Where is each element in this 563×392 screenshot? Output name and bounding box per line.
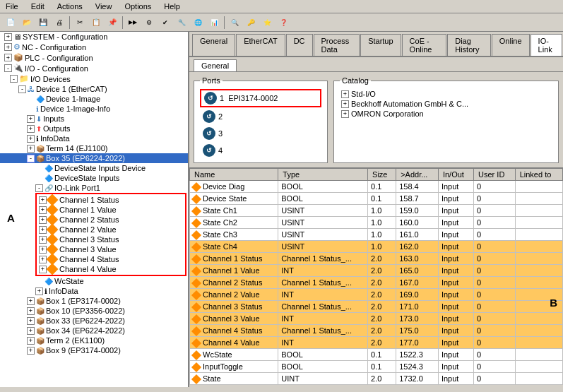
tree-node-box35[interactable]: - 📦 Box 35 (EP6224-2022) (0, 153, 188, 163)
expand-system[interactable]: + (4, 33, 12, 41)
tree-node-dev1-imginfo[interactable]: ℹ Device 1-Image-Info (0, 104, 188, 114)
expand-box35[interactable]: - (27, 155, 35, 162)
tree-node-box1[interactable]: + 📦 Box 1 (EP3174-0002) (0, 296, 188, 306)
menu-edit[interactable]: Edit (28, 1, 47, 11)
expand-box33[interactable]: + (27, 317, 35, 325)
tab-online[interactable]: Online (492, 34, 530, 56)
toolbar-b5[interactable]: 🌐 (190, 16, 206, 30)
tree-node-devstate-dev[interactable]: 🔷 DeviceState Inputs Device (0, 163, 188, 173)
toolbar-b4[interactable]: 🔧 (174, 16, 189, 30)
port-1[interactable]: ↺ 1 EPI3174-0002 (200, 89, 321, 107)
table-row[interactable]: State UINT 2.0 1732.0 Input 0 (190, 373, 563, 385)
menu-options[interactable]: Options (122, 1, 154, 11)
toolbar-cut[interactable]: ✂ (72, 16, 88, 30)
expand-box34[interactable]: + (27, 327, 35, 335)
tab-iolink[interactable]: IO-Link (531, 34, 562, 56)
menu-actions[interactable]: Actions (54, 1, 85, 11)
expand-ch1status[interactable]: + (39, 196, 47, 204)
table-row[interactable]: Channel 1 Status Channel 1 Status_... 2.… (190, 253, 563, 265)
tree-node-box9[interactable]: + 📦 Box 9 (EP3174-0002) (0, 345, 188, 355)
tab-diaghistory[interactable]: Diag History (447, 34, 491, 56)
port-4[interactable]: ↺ 4 (200, 143, 321, 158)
expand-catalog-1[interactable]: + (341, 100, 349, 108)
port-3[interactable]: ↺ 3 (200, 126, 321, 141)
tree-node-ch4value[interactable]: + Channel 4 Value (37, 264, 184, 274)
expand-catalog-2[interactable]: + (341, 110, 349, 118)
tree-node-inputs[interactable]: + ⬇ Inputs (0, 114, 188, 124)
expand-ch2value[interactable]: + (39, 226, 47, 234)
toolbar-b1[interactable]: ▶▶ (125, 16, 141, 30)
catalog-item-2[interactable]: + OMRON Corporation (340, 109, 552, 119)
expand-ch3value[interactable]: + (39, 246, 47, 254)
tree-node-box33[interactable]: + 📦 Box 33 (EP6224-2022) (0, 316, 188, 326)
tree-node-infodata[interactable]: + ℹ InfoData (0, 133, 188, 143)
tree-node-box34[interactable]: + 📦 Box 34 (EP6224-2022) (0, 326, 188, 335)
expand-box9[interactable]: + (27, 347, 35, 355)
tree-node-ch1value[interactable]: + Channel 1 Value (37, 205, 184, 215)
expand-io[interactable]: - (4, 64, 12, 72)
toolbar-b10[interactable]: ❓ (275, 16, 291, 30)
tree-node-ch1status[interactable]: + Channel 1 Status (37, 195, 184, 205)
table-row[interactable]: Channel 4 Status Channel 1 Status_... 2.… (190, 325, 563, 337)
menu-help[interactable]: Help (161, 1, 183, 11)
tree-node-term14[interactable]: + 📦 Term 14 (EJ1100) (0, 143, 188, 153)
toolbar-paste[interactable]: 📌 (105, 16, 120, 30)
tree-node-dev1[interactable]: - 🖧 Device 1 (EtherCAT) (0, 84, 188, 94)
expand-ch3status[interactable]: + (39, 236, 47, 244)
expand-catalog-0[interactable]: + (341, 90, 349, 98)
port-2[interactable]: ↺ 2 (200, 109, 321, 124)
menu-view[interactable]: View (93, 1, 115, 11)
catalog-item-0[interactable]: + Std-I/O (340, 89, 552, 99)
toolbar-print[interactable]: 🖨 (52, 16, 67, 30)
tree-node-box10[interactable]: + 📦 Box 10 (EP3356-0022) (0, 306, 188, 316)
tree-node-ch3value[interactable]: + Channel 3 Value (37, 244, 184, 254)
expand-plc[interactable]: + (4, 54, 12, 61)
toolbar-b8[interactable]: 🔑 (243, 16, 259, 30)
sub-tab-general[interactable]: General (194, 59, 237, 71)
tree-node-io-devices[interactable]: - 📁 I/O Devices (0, 73, 188, 84)
tab-dc[interactable]: DC (286, 34, 313, 56)
table-row[interactable]: Channel 2 Value INT 2.0 169.0 Input 0 (190, 289, 563, 301)
tab-processdata[interactable]: Process Data (314, 34, 360, 56)
toolbar-b2[interactable]: ⚙ (141, 16, 157, 30)
expand-outputs[interactable]: + (27, 125, 35, 133)
tree-node-io[interactable]: - 🔌 I/O - Configuration (0, 63, 188, 73)
expand-box1[interactable]: + (27, 297, 35, 305)
tree-node-ch3status[interactable]: + Channel 3 Status (37, 234, 184, 244)
expand-ch1value[interactable]: + (39, 206, 47, 214)
toolbar-new[interactable]: 📄 (3, 16, 18, 30)
table-row[interactable]: Device Diag BOOL 0.1 158.4 Input 0 (190, 181, 563, 193)
toolbar-b3[interactable]: ✔ (158, 16, 173, 30)
tree-node-ch2value[interactable]: + Channel 2 Value (37, 225, 184, 234)
tree-node-system[interactable]: + 🖥 SYSTEM - Configuration (0, 32, 188, 42)
toolbar-b6[interactable]: 📊 (206, 16, 222, 30)
expand-infodata2[interactable]: + (35, 287, 43, 295)
tree-node-dev1-img[interactable]: 🔷 Device 1-Image (0, 94, 188, 104)
tree-node-term2[interactable]: + 📦 Term 2 (EK1100) (0, 335, 188, 345)
table-row[interactable]: Channel 3 Value INT 2.0 173.0 Input 0 (190, 313, 563, 325)
tree-node-iolink[interactable]: - 🔗 IO-Link Port1 (0, 183, 188, 193)
catalog-item-1[interactable]: + Beckhoff Automation GmbH & C... (340, 99, 552, 109)
toolbar-open[interactable]: 📂 (19, 16, 35, 30)
tab-general[interactable]: General (192, 34, 235, 56)
table-row[interactable]: WcState BOOL 0.1 1522.3 Input 0 (190, 349, 563, 361)
expand-ch4value[interactable]: + (39, 266, 47, 273)
expand-ch4status[interactable]: + (39, 256, 47, 263)
expand-term14[interactable]: + (27, 145, 35, 153)
tree-node-nc[interactable]: + ⚙ NC - Configuration (0, 42, 188, 52)
tree-node-plc[interactable]: + 📦 PLC - Configuration (0, 52, 188, 63)
tree-node-devstate-inputs[interactable]: 🔷 DeviceState Inputs (0, 173, 188, 183)
expand-ch2status[interactable]: + (39, 216, 47, 224)
tab-ethercat[interactable]: EtherCAT (236, 34, 285, 56)
toolbar-b9[interactable]: ⭐ (259, 16, 275, 30)
table-row[interactable]: State Ch2 USINT 1.0 160.0 Input 0 (190, 217, 563, 229)
tree-node-ch2status[interactable]: + Channel 2 Status (37, 215, 184, 225)
expand-nc[interactable]: + (4, 43, 12, 51)
expand-dev1[interactable]: - (18, 85, 26, 93)
table-row[interactable]: InputToggle BOOL 0.1 1524.3 Input 0 (190, 361, 563, 373)
toolbar-b7[interactable]: 🔍 (227, 16, 242, 30)
toolbar-copy[interactable]: 📋 (88, 16, 104, 30)
expand-box10[interactable]: + (27, 307, 35, 315)
expand-iolink[interactable]: - (35, 184, 43, 192)
toolbar-save[interactable]: 💾 (35, 16, 51, 30)
